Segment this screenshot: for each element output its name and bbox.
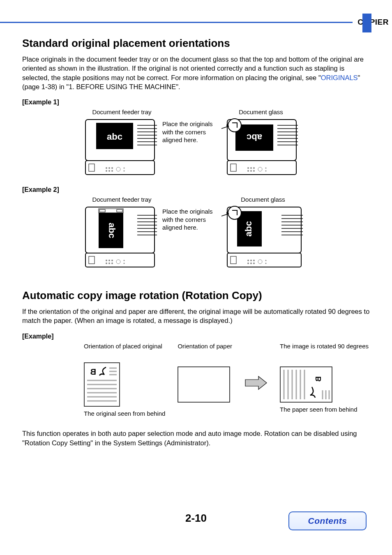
paper-orientation-icon (178, 366, 230, 403)
example1-label: [Example 1] (22, 99, 370, 106)
alignment-note-2: Place the originals with the corners ali… (162, 207, 216, 232)
svg-point-20 (124, 170, 125, 172)
glass-illustration-1: abc (220, 117, 302, 179)
rot-col3-top: The image is rotated 90 degrees (280, 343, 369, 359)
contents-button[interactable]: Contents (288, 511, 367, 530)
rot-col1-bot: The original seen from behind (84, 410, 165, 418)
section2-intro: If the orientation of the original and p… (22, 307, 370, 325)
svg-text:B: B (90, 367, 96, 376)
svg-rect-34 (227, 161, 296, 175)
glass-caption-1: Document glass (239, 108, 283, 115)
svg-point-13 (108, 167, 110, 169)
svg-point-16 (108, 170, 110, 172)
svg-point-31 (228, 119, 241, 132)
svg-point-87 (247, 263, 249, 264)
svg-text:abc: abc (243, 221, 254, 237)
svg-point-65 (111, 263, 113, 264)
arrow-right-icon (244, 375, 267, 390)
rot-col1-top: Orientation of placed original (84, 343, 162, 359)
section2-title: Automatic copy image rotation (Rotation … (22, 289, 370, 302)
svg-point-68 (124, 263, 125, 264)
svg-point-64 (108, 263, 110, 264)
example1-row: Document feeder tray abc Place the origi… (84, 108, 370, 179)
svg-point-37 (250, 167, 252, 169)
svg-point-89 (253, 263, 255, 264)
svg-point-60 (106, 260, 107, 261)
svg-point-79 (228, 206, 241, 219)
example2-label: [Example 2] (22, 186, 370, 193)
svg-rect-10 (85, 161, 154, 175)
svg-point-85 (250, 260, 252, 261)
svg-point-38 (253, 167, 255, 169)
section1-title: Standard original placement orientations (22, 37, 370, 50)
originals-link[interactable]: ORIGINALS (321, 74, 358, 81)
rotated-result-icon: B (280, 366, 332, 403)
rot-col3-bot: The paper seen from behind (280, 406, 357, 414)
rot-col2-top: Orientation of paper (178, 343, 232, 359)
example3-label: [Example] (22, 333, 370, 340)
feeder-caption-2: Document feeder tray (92, 196, 151, 203)
svg-point-40 (250, 170, 252, 172)
svg-rect-104 (178, 367, 230, 402)
svg-text:B: B (314, 376, 323, 382)
svg-point-14 (111, 167, 113, 169)
section2-foot: This function operates in both auto pape… (22, 429, 370, 447)
svg-text:abc: abc (107, 131, 122, 142)
svg-point-19 (124, 168, 125, 169)
glass-caption-2: Document glass (241, 196, 285, 203)
svg-point-62 (111, 260, 113, 261)
header-tab (362, 14, 371, 32)
svg-text:abc: abc (247, 132, 262, 143)
page-header: COPIER (0, 18, 392, 26)
feeder-caption-1: Document feeder tray (92, 108, 151, 115)
feeder-illustration-2: abc (84, 205, 160, 270)
example2-row: Document feeder tray abc Place the (84, 196, 370, 270)
svg-point-12 (106, 167, 107, 169)
svg-point-17 (111, 170, 113, 172)
svg-rect-82 (227, 253, 301, 267)
svg-point-15 (106, 170, 107, 172)
svg-point-41 (253, 170, 255, 172)
svg-point-61 (108, 260, 110, 261)
section1-intro: Place originals in the document feeder t… (22, 55, 370, 91)
svg-text:abc: abc (107, 223, 117, 238)
intro-text-before: Place originals in the document feeder t… (22, 55, 364, 81)
svg-point-91 (265, 260, 267, 261)
svg-point-88 (250, 263, 252, 264)
svg-point-67 (124, 260, 125, 261)
alignment-note-1: Place the originals with the corners ali… (162, 120, 216, 144)
glass-illustration-2: abc (220, 205, 306, 270)
svg-point-84 (247, 260, 249, 261)
svg-point-39 (247, 170, 249, 172)
svg-point-44 (265, 170, 267, 172)
svg-point-36 (247, 167, 249, 169)
svg-point-92 (265, 263, 267, 264)
svg-point-86 (253, 260, 255, 261)
svg-rect-58 (85, 253, 154, 267)
feeder-illustration-1: abc (84, 117, 160, 179)
header-rule (0, 22, 353, 23)
svg-point-63 (106, 263, 107, 264)
original-orientation-icon: B (84, 362, 120, 407)
rotation-diagram: Orientation of placed original B The ori… (84, 343, 370, 418)
svg-point-43 (265, 168, 267, 169)
